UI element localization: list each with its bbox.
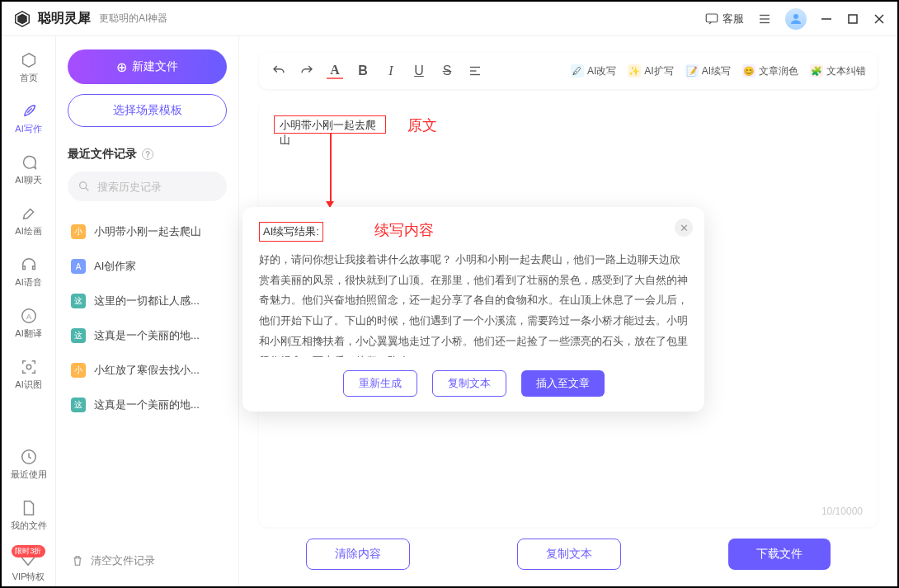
- annotation-arrow: [330, 134, 332, 204]
- file-tag: 小: [71, 363, 86, 378]
- content-panel: 小明带小刚一起去爬山 原文 AI续写结果: 续写内容 ✕ 好的，请问你想让我接着…: [259, 101, 878, 527]
- close-button[interactable]: [873, 12, 886, 26]
- chat-icon: [704, 12, 719, 26]
- file-name: 这真是一个美丽的地...: [94, 397, 200, 412]
- italic-icon[interactable]: I: [383, 63, 399, 79]
- clear-content-button[interactable]: 清除内容: [306, 539, 410, 570]
- ai-tool-文本纠错[interactable]: 🧩文本纠错: [810, 64, 866, 78]
- ai-tool-icon: 🧩: [810, 64, 823, 78]
- ai-tool-文章润色[interactable]: 😊文章润色: [742, 64, 798, 78]
- brush-icon: [20, 205, 38, 223]
- nav-myfiles[interactable]: 我的文件: [2, 496, 55, 535]
- annotation-source: 原文: [407, 115, 437, 135]
- feedback-button[interactable]: 客服: [704, 12, 744, 26]
- feather-icon: [20, 102, 38, 120]
- nav-aidraw[interactable]: AI绘画: [2, 201, 55, 241]
- svg-point-6: [793, 14, 798, 19]
- nav-label: AI识图: [15, 379, 41, 391]
- ai-tool-label: AI扩写: [644, 64, 673, 78]
- file-item[interactable]: 这这真是一个美丽的地...: [68, 388, 227, 422]
- bold-icon[interactable]: B: [355, 63, 371, 79]
- sidebar: ⊕ 新建文件 选择场景模板 最近文件记录 ? 小小明带小刚一起去爬山AAI创作家…: [56, 36, 239, 586]
- svg-rect-2: [706, 14, 718, 22]
- annotation-result: 续写内容: [374, 220, 434, 240]
- ai-tool-label: 文章润色: [759, 64, 798, 78]
- svg-line-17: [86, 188, 88, 191]
- insert-button[interactable]: 插入至文章: [521, 370, 605, 397]
- copy-content-button[interactable]: 复制文本: [517, 539, 621, 570]
- nav-aiwrite[interactable]: AI写作: [2, 99, 55, 139]
- font-color-icon[interactable]: A: [327, 63, 343, 79]
- redo-icon[interactable]: [299, 63, 315, 79]
- nav-vip[interactable]: 限时3折 VIP特权: [2, 547, 55, 586]
- svg-rect-8: [849, 15, 857, 23]
- file-tag: 这: [71, 397, 86, 412]
- bottom-bar: 清除内容 复制文本 下载文件: [259, 527, 878, 575]
- app-logo-icon: [13, 10, 31, 28]
- file-item[interactable]: 这这真是一个美丽的地...: [68, 318, 227, 353]
- nav-label: AI翻译: [15, 327, 41, 340]
- file-item[interactable]: 小小明带小刚一起去爬山: [68, 214, 227, 249]
- file-icon: [20, 499, 38, 517]
- app-subtitle: 更聪明的AI神器: [99, 12, 167, 26]
- feedback-label: 客服: [722, 12, 744, 26]
- nav-aichat[interactable]: AI聊天: [2, 150, 55, 190]
- source-text-box: 小明带小刚一起去爬山: [274, 115, 386, 134]
- nav-home[interactable]: 首页: [2, 48, 55, 87]
- popup-body: 好的，请问你想让我接着讲什么故事呢？ 小明和小刚一起去爬山，他们一路上边聊天边欣…: [259, 250, 688, 357]
- editor-area: A B I U S 🖊AI改写✨AI扩写📝AI续写😊文章润色🧩文本纠错 小明带小…: [239, 36, 897, 586]
- recent-title-label: 最近文件记录: [68, 147, 137, 162]
- translate-icon: A: [20, 307, 38, 325]
- search-icon: [78, 180, 91, 193]
- new-file-button[interactable]: ⊕ 新建文件: [68, 49, 227, 84]
- file-name: 这里的一切都让人感...: [94, 294, 200, 308]
- file-item[interactable]: 这这里的一切都让人感...: [68, 284, 227, 318]
- search-input[interactable]: [97, 181, 236, 193]
- help-icon[interactable]: ?: [142, 148, 153, 160]
- file-tag: 这: [71, 328, 86, 343]
- copy-text-button[interactable]: 复制文本: [432, 370, 506, 397]
- file-item[interactable]: 小小红放了寒假去找小...: [68, 353, 227, 388]
- ai-tool-label: 文本纠错: [826, 64, 866, 78]
- nav-recent[interactable]: 最近使用: [2, 445, 55, 484]
- file-item[interactable]: AAI创作家: [68, 249, 227, 284]
- search-box[interactable]: [68, 172, 227, 201]
- app-title: 聪明灵犀: [38, 10, 91, 27]
- ai-tool-AI扩写[interactable]: ✨AI扩写: [628, 64, 673, 78]
- ai-tool-AI改写[interactable]: 🖊AI改写: [571, 64, 616, 78]
- svg-point-14: [26, 365, 31, 369]
- nav-rail: 首页 AI写作 AI聊天 AI绘画 AI语音 AAI翻译 AI识图 最近使用 我…: [2, 36, 56, 586]
- headphone-icon: [20, 256, 38, 274]
- nav-aiimage[interactable]: AI识图: [2, 355, 55, 394]
- ai-tool-label: AI续写: [702, 64, 731, 78]
- file-name: AI创作家: [94, 259, 136, 274]
- ai-tool-label: AI改写: [587, 64, 616, 78]
- nav-aivoice[interactable]: AI语音: [2, 252, 55, 292]
- nav-aitranslate[interactable]: AAI翻译: [2, 303, 55, 343]
- file-name: 小红放了寒假去找小...: [94, 363, 200, 378]
- clear-history-button[interactable]: 清空文件记录: [68, 543, 227, 578]
- svg-marker-1: [18, 14, 26, 23]
- download-button[interactable]: 下载文件: [728, 539, 831, 570]
- plus-icon: ⊕: [116, 59, 127, 75]
- nav-label: AI写作: [15, 123, 41, 135]
- scan-icon: [20, 358, 38, 376]
- file-name: 这真是一个美丽的地...: [94, 328, 200, 343]
- file-tag: 这: [71, 294, 86, 308]
- ai-tool-AI续写[interactable]: 📝AI续写: [685, 64, 731, 78]
- user-avatar[interactable]: [785, 8, 807, 30]
- align-icon[interactable]: [467, 63, 483, 79]
- minimize-button[interactable]: [820, 12, 833, 26]
- undo-icon[interactable]: [271, 63, 287, 79]
- template-button[interactable]: 选择场景模板: [68, 94, 227, 127]
- char-counter: 10/10000: [821, 506, 863, 517]
- nav-label: AI语音: [15, 276, 41, 289]
- recent-title: 最近文件记录 ?: [68, 147, 227, 162]
- regenerate-button[interactable]: 重新生成: [343, 370, 417, 397]
- menu-icon[interactable]: [757, 12, 772, 26]
- file-list: 小小明带小刚一起去爬山AAI创作家这这里的一切都让人感...这这真是一个美丽的地…: [68, 214, 227, 543]
- maximize-button[interactable]: [846, 12, 859, 26]
- popup-close-button[interactable]: ✕: [675, 219, 693, 237]
- strike-icon[interactable]: S: [439, 63, 455, 79]
- underline-icon[interactable]: U: [411, 63, 427, 79]
